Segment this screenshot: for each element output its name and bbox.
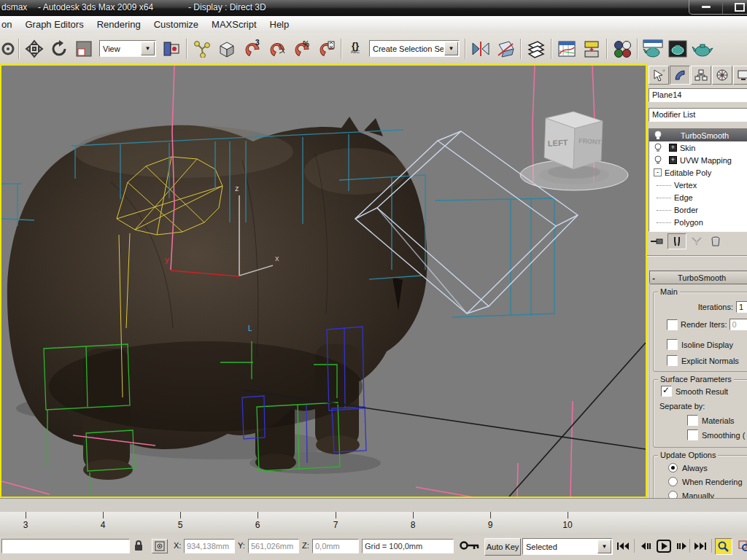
layer-manager-button[interactable] [524,36,549,61]
rhino-model[interactable] [7,117,427,480]
perspective-viewport[interactable]: L [0,64,647,498]
stack-row-border[interactable]: Border [649,203,747,216]
toolbar-separator [606,39,608,59]
snaps-toggle-button[interactable]: 3 [239,36,264,61]
zoom-mode-button[interactable] [715,538,732,555]
tab-modify[interactable] [670,66,690,85]
iterations-field[interactable]: 1 [736,301,747,313]
materials-checkbox[interactable] [687,415,698,426]
menu-help[interactable]: Help [263,19,296,30]
stack-row-skin[interactable]: + Skin [649,141,747,154]
go-to-start-button[interactable] [614,538,632,553]
axis-x-label: x [275,254,279,262]
toolbar-separator [520,39,522,59]
spinner-snap-toggle[interactable] [314,36,338,61]
material-editor-button[interactable] [610,36,635,61]
play-animation-button[interactable] [655,538,673,553]
mirror-button[interactable] [468,36,493,61]
smoothing-groups-checkbox[interactable] [687,429,698,440]
maximize-button[interactable] [722,0,747,14]
remove-modifier-button[interactable] [707,234,724,249]
zoom-region-button[interactable] [735,538,747,553]
smooth-result-checkbox[interactable] [661,386,672,397]
surface-parameters-title: Surface Parameters [658,375,734,384]
previous-frame-button[interactable] [637,538,654,553]
tab-motion[interactable] [712,66,732,85]
edit-named-sets-button[interactable]: {} ABC [344,36,366,61]
z-coordinate-field[interactable]: 0,0mm [312,539,359,553]
chevron-down-icon[interactable]: ▼ [597,540,611,553]
menu-rendering[interactable]: Rendering [90,19,147,30]
selection-lock-toggle[interactable] [131,539,146,552]
keyboard-override-toggle[interactable] [214,36,239,61]
align-button[interactable] [493,36,518,61]
go-to-end-button[interactable] [692,538,709,553]
bulb-icon[interactable] [653,155,663,166]
stack-row-edge[interactable]: Edge [649,191,747,203]
render-iters-checkbox[interactable] [667,319,678,330]
stack-row-polygon[interactable]: Polygon [649,216,747,228]
menu-graph-editors[interactable]: Graph Editors [18,19,90,30]
stack-row-turbosmooth[interactable]: TurboSmooth [649,129,747,141]
stack-toolbar [649,233,726,249]
tab-hierarchy[interactable] [691,66,711,85]
explicit-normals-checkbox[interactable] [667,355,678,366]
curve-editor-button[interactable] [554,36,579,61]
always-radio[interactable] [668,463,678,472]
stack-row-uvw-mapping[interactable]: + UVW Mapping [649,154,747,166]
angle-snap-toggle[interactable] [264,36,289,61]
modifier-list-dropdown[interactable]: Modifier List [649,108,747,122]
x-coordinate-field[interactable]: 934,138mm [184,539,235,553]
select-and-move-button[interactable] [22,36,47,61]
time-slider-strip[interactable] [0,498,747,513]
tab-display[interactable] [733,66,747,85]
schematic-view-button[interactable] [579,36,604,61]
absolute-offset-toggle[interactable] [152,539,168,553]
title-bar[interactable]: dsmax - Autodesk 3ds Max 2009 x64 - Disp… [0,0,747,16]
bulb-icon[interactable] [653,143,663,153]
expand-icon[interactable]: + [669,144,677,152]
quick-render-button[interactable] [690,36,715,61]
next-frame-button[interactable] [673,538,691,553]
key-filter-set-dropdown[interactable]: Selected ▼ [522,538,613,555]
viewcube-left-face[interactable]: LEFT [548,138,568,147]
command-panel: Plane14 Modifier List TurboSmooth + Skin… [647,64,747,560]
stack-row-vertex[interactable]: Vertex [649,179,747,191]
view-cube[interactable]: LEFT FRONT [520,112,628,190]
stack-row-editable-poly[interactable]: - Editable Poly [649,166,747,179]
show-end-result-button[interactable] [667,233,686,249]
render-setup-button[interactable] [640,36,665,61]
collapse-icon[interactable]: - [654,168,662,176]
when-rendering-radio[interactable] [668,477,678,486]
menu-animation-partial[interactable]: on [0,19,18,30]
chevron-down-icon[interactable]: ▼ [141,42,155,55]
y-coordinate-field[interactable]: 561,026mm [248,539,299,553]
make-unique-button[interactable] [688,234,705,249]
named-selection-set-combo[interactable]: Create Selection Set ▼ [369,40,460,57]
select-and-rotate-button[interactable] [47,36,71,61]
percent-snap-toggle[interactable]: % [289,36,314,61]
use-pivot-center-button[interactable] [159,36,184,61]
render-iters-field[interactable]: 0 [729,319,747,330]
rendered-frame-window-button[interactable] [665,36,690,61]
select-and-scale-button[interactable] [71,36,96,61]
select-object-icon[interactable] [0,36,16,61]
bulb-icon[interactable] [653,131,663,141]
frame-tick [568,512,568,518]
pin-stack-button[interactable] [649,234,666,249]
chevron-down-icon[interactable]: ▼ [444,42,458,55]
axis-z-label: z [235,184,239,192]
object-name-field[interactable]: Plane14 [649,88,747,102]
reference-coordinate-dropdown[interactable]: View ▼ [99,40,156,57]
menu-maxscript[interactable]: MAXScript [205,19,263,30]
expand-icon[interactable]: + [669,156,677,164]
tab-create[interactable] [649,66,669,85]
track-bar[interactable]: 3 4 5 6 7 8 9 10 [0,512,747,536]
auto-key-button[interactable]: Auto Key [484,538,521,556]
select-and-manipulate-button[interactable] [190,36,214,61]
isoline-display-checkbox[interactable] [667,339,678,350]
minimize-button[interactable] [689,0,722,14]
rollout-collapse-icon[interactable]: - [650,273,657,282]
toolbar-separator [18,39,20,59]
menu-customize[interactable]: Customize [147,19,205,30]
